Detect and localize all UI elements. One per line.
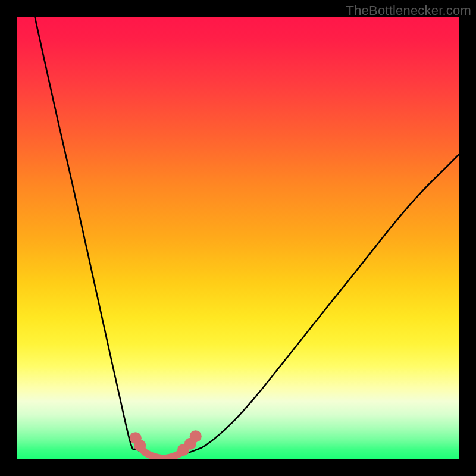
watermark-text: TheBottlenecker.com bbox=[346, 3, 471, 18]
marker-dot-1 bbox=[134, 440, 146, 452]
plot-area bbox=[17, 17, 459, 459]
chart-frame: TheBottlenecker.com bbox=[0, 0, 476, 476]
curve-right-curve bbox=[160, 155, 459, 459]
curve-left-curve bbox=[35, 17, 161, 459]
marker-dot-4 bbox=[190, 430, 202, 442]
curves-layer bbox=[17, 17, 459, 459]
